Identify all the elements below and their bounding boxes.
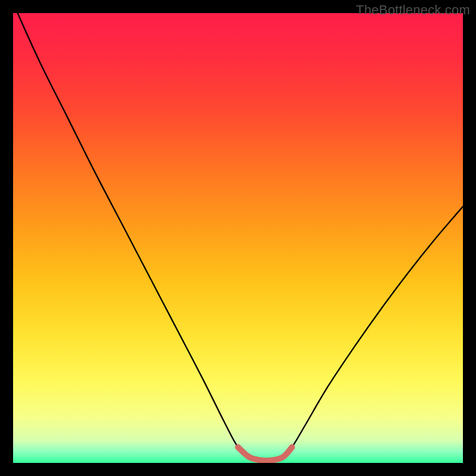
chart-frame: TheBottleneck.com	[0, 0, 476, 476]
bottleneck-chart	[13, 13, 463, 463]
plot-area	[13, 13, 463, 463]
gradient-background	[13, 13, 463, 463]
watermark-text: TheBottleneck.com	[356, 2, 470, 18]
